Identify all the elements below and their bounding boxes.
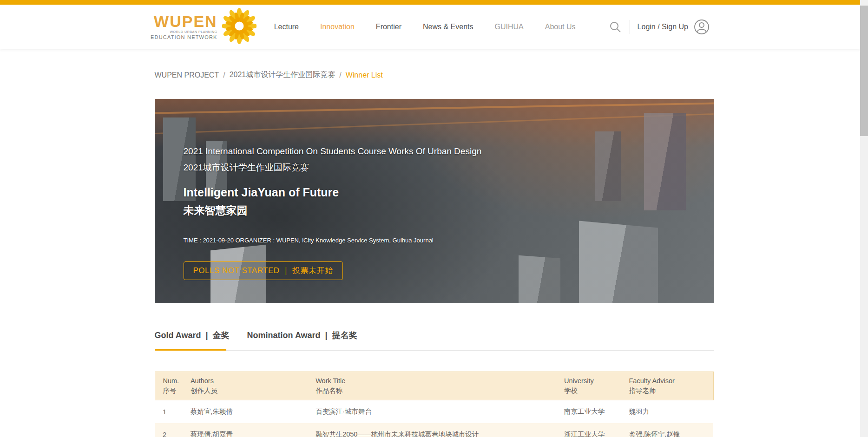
cell-num: 1 xyxy=(155,400,191,424)
breadcrumb-separator: / xyxy=(223,71,225,79)
breadcrumb-winner-list: Winner List xyxy=(346,71,383,79)
tab-pipe: | xyxy=(206,331,208,340)
hero-meta-info: TIME : 2021-09-20 ORGANIZER : WUPEN, iCi… xyxy=(184,237,695,244)
competition-hero-banner: 2021 International Competition On Studen… xyxy=(155,99,714,303)
logo-subtitle-2: EDUCATION NETWORK xyxy=(151,35,217,40)
table-row: 2 蔡瑶倩,胡嘉青 融智共生2050——杭州市未来科技城葛巷地块城市设计 浙江工… xyxy=(155,423,713,437)
header-divider xyxy=(630,20,630,34)
tab-gold-award[interactable]: Gold Award|金奖 xyxy=(155,330,230,350)
col-header-work-title: Work Title作品名称 xyxy=(316,372,564,400)
main-nav: Lecture Innovation Frontier News & Event… xyxy=(274,23,576,31)
nav-item-about-us[interactable]: About Us xyxy=(545,23,576,31)
col-header-num: Num.序号 xyxy=(155,372,191,400)
sunflower-logo-icon xyxy=(222,7,256,47)
search-icon[interactable] xyxy=(609,21,621,33)
table-row: 1 蔡婧宜,朱颖倩 百变滨江·城市舞台 南京工业大学 魏羽力 xyxy=(155,400,713,424)
polls-not-started-button[interactable]: POLLS NOT STARTED ｜ 投票未开始 xyxy=(184,261,343,280)
site-header: WUPEN WORLD URBAN PLANNING EDUCATION NET… xyxy=(0,5,860,49)
hero-subtitle-zh: 未来智慧家园 xyxy=(184,203,695,218)
breadcrumb: WUPEN PROJECT / 2021城市设计学生作业国际竞赛 / Winne… xyxy=(155,70,714,80)
tab-nomination-award[interactable]: Nomination Award|提名奖 xyxy=(247,330,357,350)
tab-pipe: | xyxy=(325,331,328,340)
logo-subtitle-1: WORLD URBAN PLANNING xyxy=(170,30,217,33)
nav-item-news-events[interactable]: News & Events xyxy=(423,23,473,31)
breadcrumb-separator: / xyxy=(339,71,341,79)
col-header-authors: Authors创作人员 xyxy=(191,372,316,400)
cell-university: 南京工业大学 xyxy=(564,400,629,424)
nav-item-frontier[interactable]: Frontier xyxy=(376,23,401,31)
user-avatar-icon[interactable] xyxy=(694,19,710,35)
winner-table: Num.序号 Authors创作人员 Work Title作品名称 Univer… xyxy=(155,372,714,437)
page-scrollbar[interactable] xyxy=(860,0,868,437)
cell-advisor: 魏羽力 xyxy=(629,400,713,424)
nav-item-lecture[interactable]: Lecture xyxy=(274,23,299,31)
breadcrumb-wupen-project[interactable]: WUPEN PROJECT xyxy=(155,71,219,79)
nav-item-guihua[interactable]: GUIHUA xyxy=(494,23,523,31)
cell-work-title: 百变滨江·城市舞台 xyxy=(316,400,564,424)
cell-num: 2 xyxy=(155,423,191,437)
login-signup-link[interactable]: Login / Sign Up xyxy=(638,23,688,31)
hero-title-en: 2021 International Competition On Studen… xyxy=(184,145,695,157)
award-tabs: Gold Award|金奖 Nomination Award|提名奖 xyxy=(155,330,714,351)
cell-work-title: 融智共生2050——杭州市未来科技城葛巷地块城市设计 xyxy=(316,423,564,437)
nav-item-innovation[interactable]: Innovation xyxy=(320,23,355,31)
col-header-advisor: Faculty Advisor指导老师 xyxy=(629,372,713,400)
hero-subtitle-en: Intelligent JiaYuan of Future xyxy=(184,186,695,199)
scrollbar-thumb[interactable] xyxy=(860,6,868,136)
col-header-university: University学校 xyxy=(564,372,629,400)
hero-title-zh: 2021城市设计学生作业国际竞赛 xyxy=(184,162,695,174)
top-accent-bar xyxy=(0,0,860,5)
wupen-logo[interactable]: WUPEN WORLD URBAN PLANNING EDUCATION NET… xyxy=(151,7,256,47)
breadcrumb-competition[interactable]: 2021城市设计学生作业国际竞赛 xyxy=(230,70,335,80)
tab-baseline xyxy=(155,350,714,351)
cell-authors: 蔡瑶倩,胡嘉青 xyxy=(191,423,316,437)
cell-advisor: 龚强,陈怀宁,赵锋 xyxy=(629,423,713,437)
logo-brand-text: WUPEN xyxy=(154,13,217,29)
main-content: WUPEN PROJECT / 2021城市设计学生作业国际竞赛 / Winne… xyxy=(155,70,714,437)
winner-table-header: Num.序号 Authors创作人员 Work Title作品名称 Univer… xyxy=(155,372,713,400)
cell-authors: 蔡婧宜,朱颖倩 xyxy=(191,400,316,424)
cell-university: 浙江工业大学 xyxy=(564,423,629,437)
